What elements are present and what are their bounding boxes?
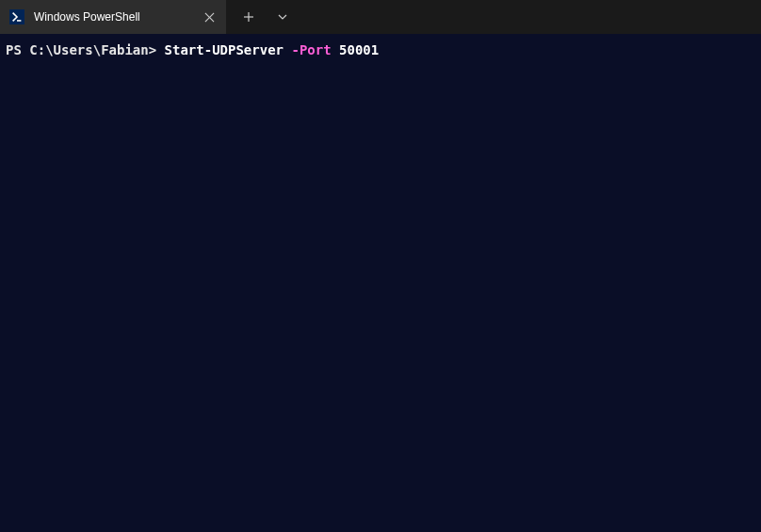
powershell-icon — [9, 9, 24, 24]
param: -Port — [291, 42, 331, 57]
param-value: 50001 — [339, 42, 379, 57]
new-tab-button[interactable] — [234, 2, 264, 32]
titlebar-actions — [226, 2, 298, 32]
tab-title: Windows PowerShell — [34, 10, 192, 24]
tab-powershell[interactable]: Windows PowerShell — [0, 0, 226, 34]
cmdlet: Start-UDPServer — [165, 42, 283, 57]
terminal-area[interactable]: PS C:\Users\Fabian> Start-UDPServer -Por… — [0, 34, 761, 68]
dropdown-button[interactable] — [267, 2, 298, 32]
titlebar: Windows PowerShell — [0, 0, 761, 34]
close-icon[interactable] — [202, 9, 217, 24]
prompt: PS C:\Users\Fabian> — [6, 42, 165, 57]
terminal-line: PS C:\Users\Fabian> Start-UDPServer -Por… — [6, 41, 755, 60]
